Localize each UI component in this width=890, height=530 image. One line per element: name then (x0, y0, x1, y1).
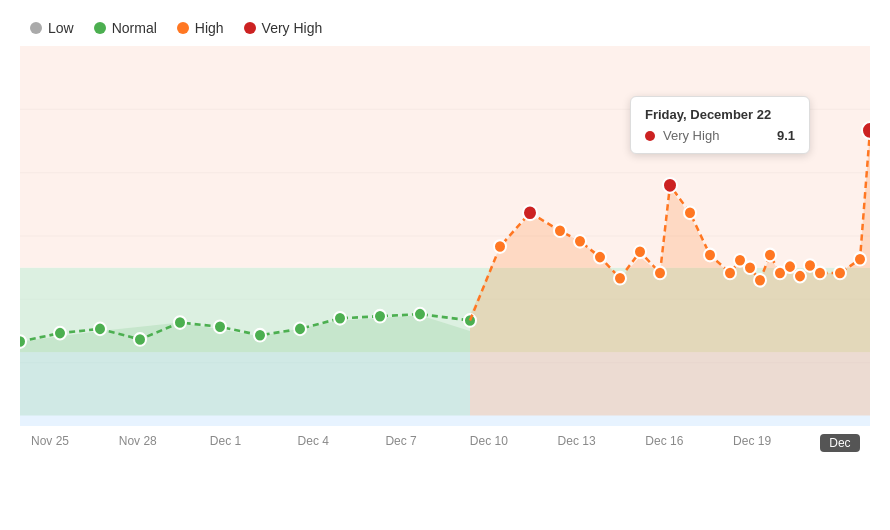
chart-container: Low Normal High Very High (0, 0, 890, 530)
tooltip-value: 9.1 (777, 128, 795, 143)
svg-point-24 (554, 224, 566, 237)
legend-item-low: Low (30, 20, 74, 36)
legend-dot-high (177, 22, 189, 34)
chart-legend: Low Normal High Very High (20, 20, 870, 36)
svg-point-29 (654, 267, 666, 280)
legend-dot-very-high (244, 22, 256, 34)
x-label-dec4: Dec 4 (293, 434, 333, 452)
legend-item-high: High (177, 20, 224, 36)
svg-point-12 (94, 323, 106, 336)
legend-label-very-high: Very High (262, 20, 323, 36)
legend-label-high: High (195, 20, 224, 36)
svg-point-18 (334, 312, 346, 325)
chart-area: Friday, December 22 Very High 9.1 (20, 46, 870, 426)
svg-point-15 (214, 320, 226, 333)
svg-point-35 (744, 261, 756, 274)
legend-item-very-high: Very High (244, 20, 323, 36)
tooltip-dot (645, 131, 655, 141)
svg-point-32 (704, 249, 716, 262)
svg-point-40 (794, 270, 806, 283)
svg-point-25 (574, 235, 586, 248)
svg-point-11 (54, 327, 66, 340)
svg-point-19 (374, 310, 386, 323)
svg-point-30 (663, 178, 677, 193)
svg-point-28 (634, 246, 646, 259)
svg-point-33 (724, 267, 736, 280)
svg-point-36 (754, 274, 766, 287)
tooltip-category: Very High (663, 128, 769, 143)
legend-label-low: Low (48, 20, 74, 36)
svg-point-31 (684, 206, 696, 219)
x-label-dec13: Dec 13 (557, 434, 597, 452)
x-label-nov28: Nov 28 (118, 434, 158, 452)
x-label-dec1: Dec 1 (206, 434, 246, 452)
svg-point-44 (854, 253, 866, 266)
svg-rect-7 (20, 46, 870, 268)
x-label-dec10: Dec 10 (469, 434, 509, 452)
legend-label-normal: Normal (112, 20, 157, 36)
svg-point-17 (294, 323, 306, 336)
svg-point-10 (20, 335, 26, 348)
svg-point-14 (174, 316, 186, 329)
svg-point-37 (764, 249, 776, 262)
svg-point-20 (414, 308, 426, 321)
tooltip-date: Friday, December 22 (645, 107, 795, 122)
x-label-dec16: Dec 16 (644, 434, 684, 452)
svg-point-43 (834, 267, 846, 280)
legend-dot-low (30, 22, 42, 34)
svg-point-26 (594, 251, 606, 264)
svg-point-45 (862, 122, 870, 139)
svg-point-22 (494, 240, 506, 253)
x-label-dec7: Dec 7 (381, 434, 421, 452)
chart-tooltip: Friday, December 22 Very High 9.1 (630, 96, 810, 154)
legend-dot-normal (94, 22, 106, 34)
x-label-dec19: Dec 19 (732, 434, 772, 452)
tooltip-row: Very High 9.1 (645, 128, 795, 143)
x-label-dec-active: Dec (820, 434, 860, 452)
svg-point-16 (254, 329, 266, 342)
svg-point-13 (134, 333, 146, 346)
svg-point-39 (784, 260, 796, 273)
legend-item-normal: Normal (94, 20, 157, 36)
x-axis: Nov 25 Nov 28 Dec 1 Dec 4 Dec 7 Dec 10 D… (20, 426, 870, 452)
svg-point-27 (614, 272, 626, 285)
x-label-nov25: Nov 25 (30, 434, 70, 452)
svg-point-23 (523, 205, 537, 220)
svg-point-42 (814, 267, 826, 280)
